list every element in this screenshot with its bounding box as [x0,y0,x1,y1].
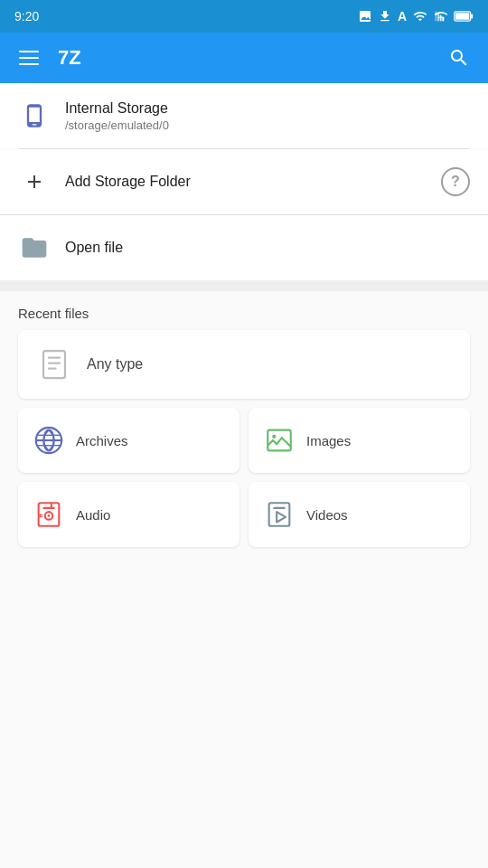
help-button[interactable]: ? [441,167,470,196]
svg-rect-7 [43,351,65,378]
signal-icon [434,9,448,24]
videos-label: Videos [306,507,348,523]
recent-files-header: Recent files [0,291,488,330]
svg-rect-6 [455,13,469,20]
toolbar: 7Z [0,33,488,83]
a-icon: A [398,9,407,24]
search-icon [448,47,470,69]
app-title: 7Z [58,46,441,70]
any-type-label: Any type [87,356,143,373]
help-label: ? [451,174,460,190]
svg-rect-2 [440,15,442,22]
folder-icon [18,231,51,264]
wifi-icon [412,9,428,24]
svg-point-17 [48,514,51,517]
videos-icon [263,498,296,531]
status-icons: A [358,9,474,24]
audio-label: Audio [76,507,110,523]
archives-label: Archives [76,433,128,448]
section-title: Recent files [18,306,89,321]
status-bar: 9:20 A [0,0,488,33]
search-button[interactable] [441,40,477,76]
status-time: 9:20 [14,9,39,24]
storage-info: Internal Storage /storage/emulated/0 [65,100,169,132]
svg-rect-0 [435,12,436,22]
time-display: 9:20 [14,9,39,24]
photo-status-icon [358,9,372,24]
main-content: Internal Storage /storage/emulated/0 Add… [0,83,488,868]
videos-card[interactable]: Videos [249,482,470,547]
svg-point-14 [272,435,276,439]
storage-name: Internal Storage [65,100,169,117]
add-storage-label: Add Storage Folder [65,174,441,190]
images-label: Images [306,433,351,448]
download-status-icon [378,9,392,24]
storage-path: /storage/emulated/0 [65,118,169,132]
hamburger-line-1 [19,51,39,52]
file-types-row-2: Audio Videos [18,482,470,547]
hamburger-line-3 [19,63,39,65]
add-icon [18,165,51,198]
open-file-label: Open file [65,240,123,256]
audio-icon [33,498,65,531]
battery-icon [454,10,474,23]
any-type-card[interactable]: Any type [18,330,470,399]
images-card[interactable]: Images [249,408,470,473]
phone-icon [18,99,51,132]
any-type-icon [36,346,72,382]
images-icon [263,424,296,457]
svg-rect-1 [437,14,439,22]
audio-card[interactable]: Audio [18,482,239,547]
add-storage-item[interactable]: Add Storage Folder ? [0,149,488,214]
svg-marker-19 [277,512,286,522]
menu-button[interactable] [11,40,47,76]
open-file-item[interactable]: Open file [0,215,488,280]
file-types-grid: Any type Archives [0,330,488,547]
file-types-row-1: Archives Images [18,408,470,473]
archives-icon [33,424,65,457]
bottom-space [0,556,488,665]
archives-card[interactable]: Archives [18,408,239,473]
internal-storage-item[interactable]: Internal Storage /storage/emulated/0 [0,83,488,148]
section-gap-1 [0,280,488,291]
svg-rect-5 [471,14,473,18]
svg-rect-3 [442,17,444,22]
hamburger-line-2 [19,57,39,59]
